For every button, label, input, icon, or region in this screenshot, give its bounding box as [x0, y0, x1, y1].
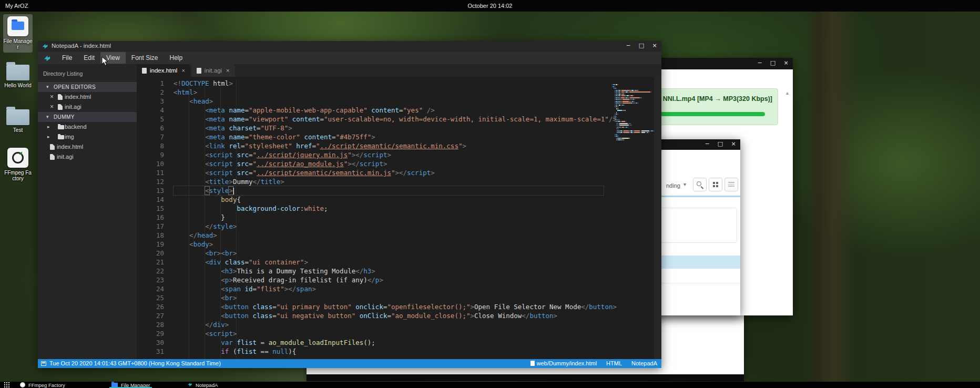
- notepada-titlebar[interactable]: NotepadA - index.html − □ ×: [38, 41, 661, 52]
- tree-item-init.agi[interactable]: ×init.agi: [38, 102, 137, 112]
- tab-close-icon[interactable]: ×: [181, 67, 185, 74]
- maximize-icon[interactable]: □: [638, 42, 645, 49]
- close-icon[interactable]: ×: [50, 102, 54, 112]
- tree-section-label: OPEN EDITORS: [54, 82, 96, 92]
- code-line: <meta name="apple-mobile-web-app-capable…: [173, 106, 604, 115]
- line-number: 23: [137, 275, 164, 284]
- menu-bar: FileEditViewFont SizeHelp: [38, 52, 661, 64]
- line-number: 3: [137, 97, 164, 106]
- notepada-logo-icon: [43, 54, 51, 62]
- minimap-line: [612, 118, 647, 119]
- list-icon: [728, 182, 734, 187]
- line-number: 20: [137, 249, 164, 258]
- file-icon: [530, 361, 535, 366]
- scroll-up-icon[interactable]: ▲: [785, 90, 790, 96]
- file-icon: [142, 68, 147, 74]
- maximize-icon[interactable]: □: [717, 140, 724, 147]
- desktop-icon-test[interactable]: Test: [3, 107, 33, 133]
- code-line: <head>: [173, 97, 604, 106]
- sort-dropdown[interactable]: nding: [666, 182, 680, 189]
- minimap-line: [612, 107, 647, 108]
- minimap-line: [612, 113, 647, 114]
- tree-section-open-editors[interactable]: ▾OPEN EDITORS: [38, 82, 137, 92]
- tree-item-init.agi[interactable]: init.agi: [38, 152, 137, 162]
- editor-scrollbar[interactable]: [654, 77, 661, 359]
- notepada-logo-icon: [187, 382, 192, 388]
- tab-index.html[interactable]: index.html×: [137, 64, 190, 77]
- close-icon[interactable]: ×: [50, 92, 54, 102]
- minimap-line: [612, 87, 647, 88]
- tree-item-index.html[interactable]: ×index.html: [38, 92, 137, 102]
- wallpaper-tree-trunk: [805, 12, 856, 388]
- minimap-line: [612, 135, 647, 136]
- tree-item-label: init.agi: [57, 152, 74, 162]
- app-grid-icon[interactable]: [4, 382, 10, 388]
- code-line: <title>Dummy</title>: [173, 177, 604, 186]
- grid-view-button[interactable]: [709, 178, 722, 191]
- minimap-line: [612, 120, 647, 121]
- code-line: <br><br>: [173, 249, 604, 258]
- chevron-right-icon: ▸: [47, 132, 50, 142]
- close-icon[interactable]: ×: [651, 42, 658, 49]
- minimize-icon[interactable]: −: [703, 140, 711, 147]
- text-cursor: [233, 188, 234, 195]
- menu-item-file[interactable]: File: [56, 52, 78, 64]
- line-number: 17: [137, 222, 164, 231]
- code-line: <p>Received drag-in filelist (if any)</p…: [173, 275, 604, 284]
- tree-item-backend[interactable]: ▸backend: [38, 122, 137, 132]
- tree-item-img[interactable]: ▸img: [38, 132, 137, 142]
- line-number: 12: [137, 177, 164, 186]
- status-datetime: Tue Oct 20 2020 14:01:43 GMT+0800 (Hong …: [49, 359, 221, 368]
- close-icon[interactable]: ×: [730, 140, 737, 147]
- minimap-line: [612, 110, 647, 111]
- file-manager-icon: [7, 16, 28, 36]
- tree-item-index.html[interactable]: index.html: [38, 142, 137, 152]
- code-line: <br>: [173, 293, 604, 302]
- minimap[interactable]: [612, 81, 647, 138]
- close-icon[interactable]: ×: [782, 59, 790, 66]
- line-number: 5: [137, 115, 164, 124]
- code-editor[interactable]: 1234567891011121314151617181920212223242…: [137, 77, 661, 359]
- taskbar-item-ffmpeg-factory[interactable]: FFmpeg Factory: [20, 382, 65, 388]
- code-line: var flist = ao_module_loadInputFiles();: [173, 338, 604, 347]
- desktop-icon-hello-world[interactable]: Hello World: [3, 62, 33, 88]
- code-line: <body>: [173, 240, 604, 249]
- desktop-icon-label: Test: [3, 127, 33, 133]
- desktop-icon-file-manager[interactable]: File Manager: [3, 14, 33, 53]
- code-line: </div>: [173, 320, 604, 329]
- editor-status-bar: Tue Oct 20 2020 14:01:43 GMT+0800 (Hong …: [38, 359, 661, 368]
- notepada-logo-icon: [42, 43, 48, 49]
- menu-item-edit[interactable]: Edit: [78, 52, 100, 64]
- maximize-icon[interactable]: □: [769, 59, 777, 66]
- taskbar-item-file-manager[interactable]: File Manager: [111, 382, 150, 388]
- search-button[interactable]: [693, 178, 707, 191]
- system-clock: October 20 14:02: [0, 3, 980, 9]
- minimize-icon[interactable]: −: [625, 42, 632, 49]
- line-number: 31: [137, 347, 164, 356]
- minimize-icon[interactable]: −: [756, 59, 763, 66]
- menu-item-help[interactable]: Help: [164, 52, 189, 64]
- line-number: 7: [137, 132, 164, 141]
- menu-item-font-size[interactable]: Font Size: [126, 52, 164, 64]
- system-top-bar: My ArOZ October 20 14:02: [0, 0, 980, 12]
- file-icon: [58, 104, 63, 110]
- list-view-button[interactable]: [724, 178, 738, 191]
- tab-init.agi[interactable]: init.agi×: [191, 64, 235, 77]
- tab-close-icon[interactable]: ×: [226, 67, 229, 74]
- code-line: <script src="../script/jquery.min.js"></…: [173, 150, 604, 159]
- line-number: 24: [137, 284, 164, 293]
- line-number: 28: [137, 320, 164, 329]
- notepada-window: NotepadA - index.html − □ × FileEditView…: [38, 41, 661, 368]
- code-lines: <!DOCTYPE html><html> <head> <meta name=…: [173, 79, 604, 356]
- code-line: body{: [173, 195, 604, 204]
- code-line: <h3>This is a Dummy Testing Module</h3>: [173, 267, 604, 275]
- folder-icon: [12, 22, 24, 30]
- tree-section-dummy[interactable]: ▾DUMMY: [38, 112, 137, 122]
- desktop-icon-ffmpeg-factory[interactable]: FFmpeg Factory: [3, 148, 33, 181]
- folder-icon: [58, 125, 64, 129]
- status-app-name: NotepadA: [631, 359, 657, 368]
- file-icon: [197, 68, 201, 74]
- code-line: }: [173, 213, 604, 222]
- recycle-arrows-icon: [12, 152, 24, 164]
- taskbar-item-notepada[interactable]: NotepadA: [187, 382, 218, 388]
